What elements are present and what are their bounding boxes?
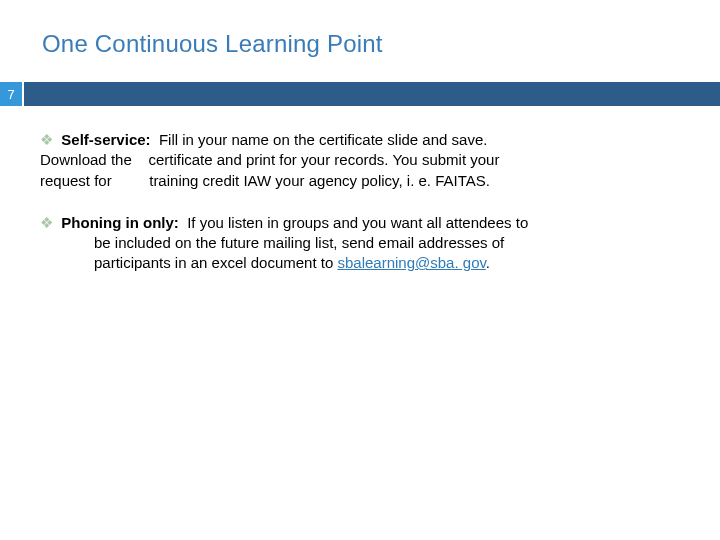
bullet-heading: Phoning in only: (61, 214, 178, 231)
page-number: 7 (0, 82, 22, 106)
bullet-text: If you listen in groups and you want all… (187, 214, 528, 231)
email-link[interactable]: sbalearning@sba. gov (337, 254, 485, 271)
bullet-text: request for training credit IAW your age… (40, 171, 680, 191)
bullet-text: participants in an excel document to (94, 254, 337, 271)
slide-title: One Continuous Learning Point (0, 0, 720, 58)
bullet-text: . (486, 254, 490, 271)
bullet-item: ❖ Self-service: Fill in your name on the… (40, 130, 680, 191)
bullet-text: be included on the future mailing list, … (94, 233, 680, 253)
header-bar-fill (22, 82, 720, 106)
bullet-heading: Self-service: (61, 131, 150, 148)
bullet-text: Fill in your name on the certificate sli… (159, 131, 488, 148)
content-area: ❖ Self-service: Fill in your name on the… (0, 106, 720, 274)
bullet-item: ❖ Phoning in only: If you listen in grou… (40, 213, 680, 274)
header-bar: 7 (0, 82, 720, 106)
diamond-bullet-icon: ❖ (40, 213, 53, 233)
bullet-text: Download the certificate and print for y… (40, 150, 680, 170)
diamond-bullet-icon: ❖ (40, 130, 53, 150)
